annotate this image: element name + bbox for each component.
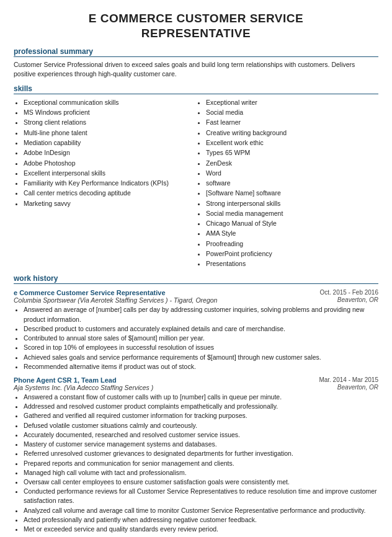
job-bullet: Scored in top 10% of employees in succes… xyxy=(24,343,378,352)
skill-item: Exceptional writer xyxy=(206,97,378,107)
skill-item: Social media management xyxy=(206,208,378,218)
job-company: Columbia Sportswear (Via Aerotek Staffin… xyxy=(14,296,217,304)
job-location: Beaverton, OR xyxy=(337,296,378,304)
skills-col-2: Exceptional writerSocial mediaFast learn… xyxy=(196,97,378,269)
job-bullet: Gathered and verified all required custo… xyxy=(24,411,378,420)
job-bullet: Recommended alternative items if product… xyxy=(24,362,378,371)
job-bullet: Managed high call volume with tact and p… xyxy=(24,468,378,477)
skill-item: Proofreading xyxy=(206,239,378,249)
job-company: Aja Systems Inc. (Via Adecco Staffing Se… xyxy=(14,384,153,391)
skills-col-1: Exceptional communication skillsMS Windo… xyxy=(14,97,196,269)
job-entry: e Commerce Customer Service Representati… xyxy=(14,289,378,371)
skill-item: [Software Name] software xyxy=(206,188,378,198)
skill-item: Creative writing background xyxy=(206,128,378,138)
skill-item: Types 65 WPM xyxy=(206,148,378,158)
skill-item: MS Windows proficient xyxy=(24,107,196,117)
skill-item: Word xyxy=(206,168,378,178)
skills-container: Exceptional communication skillsMS Windo… xyxy=(14,97,378,269)
skill-item: ZenDesk xyxy=(206,158,378,168)
skill-item: Exceptional communication skills xyxy=(24,97,196,107)
job-bullet: Contributed to annual store sales of $[a… xyxy=(24,334,378,343)
job-bullet: Answered a constant flow of customer cal… xyxy=(24,393,378,402)
work-history-section-title: work history xyxy=(14,274,378,284)
job-company-row: Columbia Sportswear (Via Aerotek Staffin… xyxy=(14,296,378,304)
skill-item: AMA Style xyxy=(206,228,378,238)
work-history-container: e Commerce Customer Service Representati… xyxy=(14,289,378,537)
job-bullet: Accurately documented, researched and re… xyxy=(24,430,378,440)
skill-item: Adobe Photoshop xyxy=(24,158,196,168)
job-bullet: Answered an average of [number] calls pe… xyxy=(24,305,378,324)
skill-item: Mediation capability xyxy=(24,138,196,148)
job-title: Phone Agent CSR 1, Team Lead xyxy=(14,376,117,384)
skill-item: Fast learner xyxy=(206,117,378,127)
skills-list-left: Exceptional communication skillsMS Windo… xyxy=(14,97,196,208)
job-bullet: Defused volatile customer situations cal… xyxy=(24,421,378,430)
job-bullet: Oversaw call center employees to ensure … xyxy=(24,477,378,487)
job-bullet: Prepared reports and communication for s… xyxy=(24,459,378,468)
job-bullet: Mastery of customer service management s… xyxy=(24,440,378,449)
skill-item: Marketing savvy xyxy=(24,198,196,208)
skill-item: Multi-line phone talent xyxy=(24,128,196,138)
job-bullet: Conducted performance reviews for all Cu… xyxy=(24,487,378,505)
skill-item: Social media xyxy=(206,107,378,117)
skills-section-title: skills xyxy=(14,84,378,94)
skill-item: PowerPoint proficiency xyxy=(206,249,378,259)
skill-item: Excellent work ethic xyxy=(206,138,378,148)
skill-item: Call center metrics decoding aptitude xyxy=(24,188,196,198)
job-bullet: Met or exceeded service and quality stan… xyxy=(24,525,378,534)
job-bullet: Referred unresolved customer grievances … xyxy=(24,449,378,458)
skill-item: Strong interpersonal skills xyxy=(206,198,378,208)
job-dates: Mar. 2014 - Mar 2015 xyxy=(319,376,378,383)
page-title: E COMMERCE CUSTOMER SERVICE REPRESENTATI… xyxy=(14,11,378,41)
job-entry: Phone Agent CSR 1, Team LeadMar. 2014 - … xyxy=(14,376,378,534)
job-location: Beaverton, OR xyxy=(337,384,378,391)
summary-section-title: professional summary xyxy=(14,47,378,57)
job-bullet: Achieved sales goals and service perform… xyxy=(24,353,378,362)
skill-item: Familiarity with Key Performance Indicat… xyxy=(24,178,196,188)
skill-item: Presentations xyxy=(206,259,378,268)
skill-item: Chicago Manual of Style xyxy=(206,218,378,228)
job-bullet: Acted professionally and patiently when … xyxy=(24,515,378,525)
skills-list-right: Exceptional writerSocial mediaFast learn… xyxy=(196,97,378,269)
job-bullet: Described product to customers and accur… xyxy=(24,324,378,334)
job-bullet: Analyzed call volume and average call ti… xyxy=(24,506,378,515)
job-header: e Commerce Customer Service Representati… xyxy=(14,289,378,296)
skill-item: Strong client relations xyxy=(24,117,196,127)
job-bullet: Addressed and resolved customer product … xyxy=(24,402,378,411)
job-bullets: Answered a constant flow of customer cal… xyxy=(14,393,378,534)
skill-item: Excellent interpersonal skills xyxy=(24,168,196,178)
job-title: e Commerce Customer Service Representati… xyxy=(14,289,166,296)
job-header: Phone Agent CSR 1, Team LeadMar. 2014 - … xyxy=(14,376,378,384)
job-dates: Oct. 2015 - Feb 2016 xyxy=(319,289,378,296)
job-bullets: Answered an average of [number] calls pe… xyxy=(14,305,378,371)
skill-item: software xyxy=(206,178,378,188)
job-company-row: Aja Systems Inc. (Via Adecco Staffing Se… xyxy=(14,384,378,391)
summary-text: Customer Service Professional driven to … xyxy=(14,60,378,79)
skill-item: Adobe InDesign xyxy=(24,148,196,158)
